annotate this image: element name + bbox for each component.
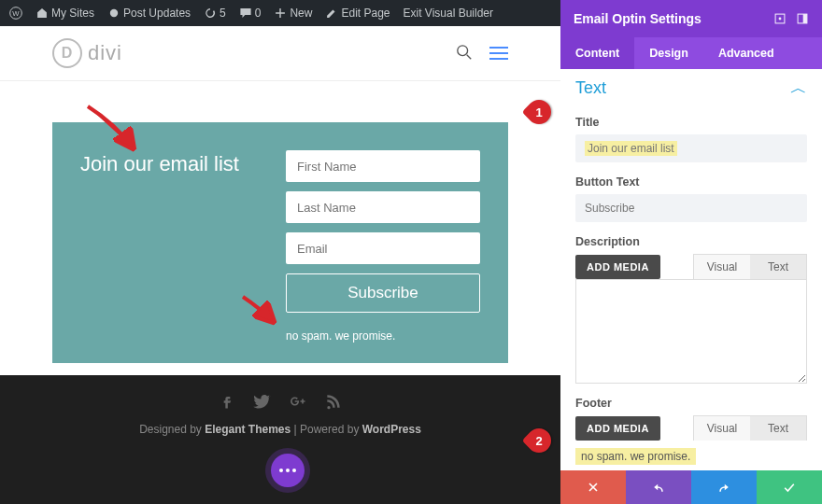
wp-logo[interactable]: W bbox=[6, 7, 26, 20]
button-text-input[interactable]: Subscribe bbox=[575, 194, 807, 222]
panel-body: Text ︿ Title Join our email list Button … bbox=[560, 69, 822, 470]
platform-link[interactable]: WordPress bbox=[362, 423, 421, 436]
discard-button[interactable] bbox=[560, 470, 626, 504]
post-updates[interactable]: Post Updates bbox=[104, 7, 194, 20]
email-field[interactable] bbox=[286, 232, 480, 264]
exit-visual-builder[interactable]: Exit Visual Builder bbox=[400, 7, 498, 20]
logo-mark: D bbox=[52, 38, 82, 68]
expand-icon[interactable] bbox=[773, 12, 787, 25]
panel-header[interactable]: Email Optin Settings bbox=[560, 0, 822, 37]
logo-text: divi bbox=[88, 41, 122, 65]
footer-tab-visual[interactable]: Visual bbox=[694, 416, 750, 441]
label-title: Title bbox=[575, 116, 807, 129]
first-name-field[interactable] bbox=[286, 150, 480, 182]
svg-rect-9 bbox=[803, 14, 807, 23]
add-media-button[interactable]: ADD MEDIA bbox=[575, 255, 660, 279]
footer-tab-text[interactable]: Text bbox=[750, 416, 806, 441]
tab-text[interactable]: Text bbox=[750, 255, 806, 279]
label-button-text: Button Text bbox=[575, 175, 807, 189]
footer-credit: Designed by Elegant Themes | Powered by … bbox=[139, 423, 421, 436]
redo-button[interactable] bbox=[691, 470, 757, 504]
tab-advanced[interactable]: Advanced bbox=[703, 37, 789, 69]
save-button[interactable] bbox=[757, 470, 822, 504]
refresh-count[interactable]: 5 bbox=[200, 7, 230, 20]
my-sites[interactable]: My Sites bbox=[32, 7, 98, 20]
hamburger-icon[interactable] bbox=[489, 47, 508, 60]
comments[interactable]: 0 bbox=[235, 7, 265, 20]
undo-button[interactable] bbox=[626, 470, 691, 504]
label-footer: Footer bbox=[575, 397, 807, 410]
svg-point-5 bbox=[458, 45, 468, 55]
svg-point-2 bbox=[110, 9, 118, 17]
panel-actions bbox=[560, 470, 822, 504]
tab-content[interactable]: Content bbox=[560, 37, 634, 69]
snap-icon[interactable] bbox=[796, 12, 809, 25]
section-text-toggle[interactable]: Text ︿ bbox=[575, 73, 807, 103]
search-icon[interactable] bbox=[456, 44, 473, 63]
site-header: D divi bbox=[0, 26, 560, 81]
footer-textarea[interactable]: no spam. we promise. bbox=[575, 448, 696, 465]
label-description: Description bbox=[575, 235, 807, 248]
svg-text:W: W bbox=[12, 9, 20, 18]
facebook-icon[interactable] bbox=[218, 392, 236, 413]
panel-title: Email Optin Settings bbox=[574, 11, 702, 26]
twitter-icon[interactable] bbox=[253, 392, 272, 413]
email-optin-module[interactable]: Join our email list Subscribe no spam. w… bbox=[52, 122, 508, 363]
new[interactable]: New bbox=[270, 7, 316, 20]
google-plus-icon[interactable] bbox=[289, 392, 307, 413]
site-logo[interactable]: D divi bbox=[52, 38, 122, 68]
tab-visual[interactable]: Visual bbox=[694, 255, 750, 279]
optin-footer-text: no spam. we promise. bbox=[286, 329, 480, 343]
tab-design[interactable]: Design bbox=[634, 37, 703, 69]
edit-page[interactable]: Edit Page bbox=[321, 7, 393, 20]
chevron-up-icon: ︿ bbox=[790, 77, 807, 99]
last-name-field[interactable] bbox=[286, 191, 480, 223]
subscribe-button[interactable]: Subscribe bbox=[286, 273, 480, 313]
add-media-button-footer[interactable]: ADD MEDIA bbox=[575, 416, 660, 441]
builder-fab-button[interactable] bbox=[271, 454, 305, 487]
svg-point-7 bbox=[779, 18, 782, 21]
title-input[interactable]: Join our email list bbox=[575, 134, 807, 162]
panel-tabs: Content Design Advanced bbox=[560, 37, 822, 69]
description-textarea[interactable] bbox=[575, 279, 807, 384]
rss-icon[interactable] bbox=[324, 392, 343, 413]
theme-link[interactable]: Elegant Themes bbox=[205, 423, 291, 436]
module-settings-panel: Email Optin Settings Content Design Adva… bbox=[560, 0, 822, 504]
social-icons bbox=[218, 392, 343, 413]
optin-title: Join our email list bbox=[80, 152, 258, 176]
